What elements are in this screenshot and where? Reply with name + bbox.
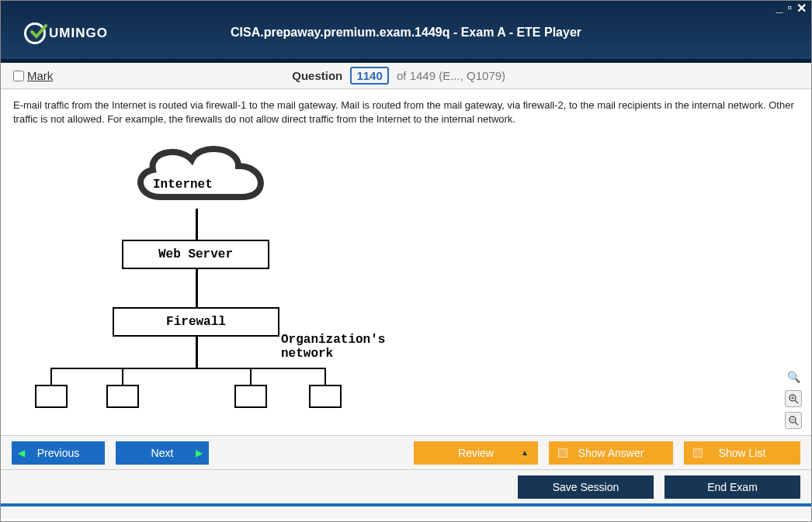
question-number-input[interactable]: 1140 [350,67,388,85]
window-controls: _ ▫ ✕ [776,1,807,16]
minimize-icon[interactable]: _ [776,1,783,16]
review-button[interactable]: Review▲ [414,441,538,465]
web-server-box: Web Server [122,240,269,269]
terminal-box [106,385,139,408]
content-area: E-mail traffic from the Internet is rout… [1,89,811,435]
zoom-controls: 🔍 [785,368,802,429]
zoom-in-button[interactable] [785,390,802,407]
app-logo: UMINGO [24,22,108,44]
question-word: Question [292,69,342,82]
question-position: Question 1140 of 1449 (E..., Q1079) [53,67,744,85]
mark-checkbox[interactable] [13,71,24,81]
show-answer-button[interactable]: Show Answer [549,441,673,465]
logo-text: UMINGO [49,26,108,41]
save-session-button[interactable]: Save Session [518,475,654,499]
square-icon [558,448,567,458]
session-bar: Save Session End Exam [1,469,811,503]
firewall-box: Firewall [113,307,279,337]
network-diagram: Internet Web Server Firewall Organizatio… [21,135,363,414]
terminal-box [309,385,342,408]
show-list-button[interactable]: Show List [684,441,800,465]
terminal-box [234,385,267,408]
cloud-icon [122,135,277,213]
org-network-label: Organization'snetwork [281,333,385,361]
end-exam-button[interactable]: End Exam [665,475,800,499]
terminal-box [35,385,68,408]
question-text: E-mail traffic from the Internet is rout… [13,99,799,126]
svg-line-1 [795,400,798,403]
close-icon[interactable]: ✕ [796,1,807,16]
square-icon [693,448,703,458]
question-total: of 1449 (E..., Q1079) [397,69,505,82]
nav-bar: ◀Previous Next▶ Review▲ Show Answer Show… [1,435,811,469]
question-header: Mark Question 1140 of 1449 (E..., Q1079) [1,63,811,89]
mark-checkbox-wrap: Mark [13,69,53,82]
next-button[interactable]: Next▶ [116,441,209,465]
window-title: CISA.prepaway.premium.exam.1449q - Exam … [1,1,811,40]
svg-line-5 [795,422,798,425]
logo-check-icon [24,22,46,44]
magnifier-icon[interactable]: 🔍 [785,368,802,385]
zoom-out-button[interactable] [785,412,802,429]
internet-label: Internet [153,178,213,192]
previous-button[interactable]: ◀Previous [12,441,105,465]
mark-label[interactable]: Mark [27,69,53,82]
title-bar: _ ▫ ✕ UMINGO CISA.prepaway.premium.exam.… [1,1,811,63]
status-bar [1,503,811,519]
maximize-icon[interactable]: ▫ [787,1,792,16]
